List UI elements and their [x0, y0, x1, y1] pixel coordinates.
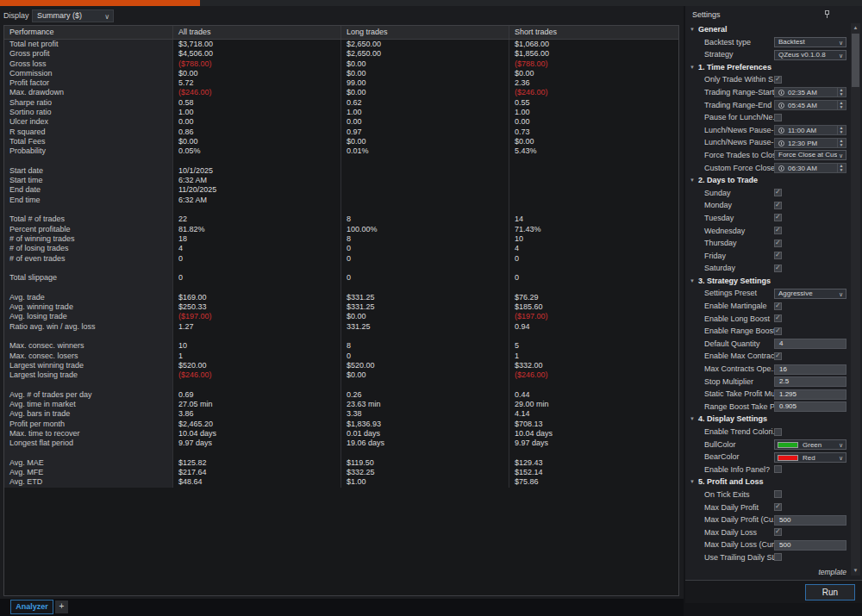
- setting-checkbox[interactable]: ✓: [774, 352, 782, 360]
- setting-input[interactable]: 4: [774, 339, 846, 349]
- settings-section-2-days-to-trade[interactable]: ▼2. Days to Trade: [685, 174, 849, 187]
- setting-checkbox[interactable]: [774, 114, 782, 121]
- perf-label: Max. consec. losers: [4, 352, 173, 361]
- setting-label: Settings Preset: [704, 287, 757, 300]
- table-row: Gross profit$4,506.00$2,650.00$1,856.00: [4, 49, 678, 59]
- setting-control: ✓: [774, 226, 846, 236]
- setting-checkbox[interactable]: [774, 490, 782, 498]
- perf-label: Start date: [4, 166, 173, 176]
- setting-checkbox[interactable]: ✓: [774, 76, 782, 84]
- setting-checkbox[interactable]: ✓: [774, 314, 782, 322]
- setting-row: Wednesday✓: [685, 225, 849, 238]
- setting-color-dropdown[interactable]: Red∨: [774, 452, 846, 463]
- setting-dropdown[interactable]: QZeus v0.1.0.8∨: [774, 50, 846, 60]
- collapse-icon[interactable]: ▼: [690, 413, 695, 426]
- setting-time-picker[interactable]: 05:45 AM▲▼: [774, 100, 846, 110]
- collapse-icon[interactable]: ▼: [690, 61, 695, 74]
- tab-analyzer[interactable]: Analyzer: [10, 600, 53, 614]
- settings-scrollbar[interactable]: ▲ ▼: [851, 23, 860, 576]
- setting-dropdown[interactable]: Aggressive∨: [774, 289, 846, 299]
- setting-time-picker[interactable]: 12:30 PM▲▼: [774, 138, 846, 148]
- perf-value: 6:32 AM: [173, 176, 341, 185]
- setting-color-dropdown[interactable]: Green∨: [774, 439, 846, 450]
- scrollbar-up-icon[interactable]: ▲: [851, 23, 860, 33]
- setting-checkbox[interactable]: ✓: [774, 227, 782, 234]
- perf-value: 0.05%: [173, 146, 341, 156]
- setting-time-picker[interactable]: 11:00 AM▲▼: [774, 125, 846, 135]
- setting-input[interactable]: 1.295: [774, 389, 846, 400]
- setting-input[interactable]: 16: [774, 364, 846, 375]
- table-row: Max. time to recover10.04 days0.01 days1…: [4, 429, 678, 439]
- perf-value: 0.44: [509, 390, 678, 400]
- setting-input[interactable]: 500: [774, 540, 846, 551]
- setting-dropdown[interactable]: Backtest∨: [774, 37, 846, 47]
- settings-section-5-profit-and-loss[interactable]: ▼5. Profit and Loss: [685, 476, 849, 488]
- perf-value: ($246.00): [173, 88, 341, 97]
- setting-checkbox[interactable]: ✓: [774, 302, 782, 310]
- chevron-down-icon: ∨: [839, 440, 843, 450]
- perf-value: 18: [173, 234, 341, 244]
- setting-checkbox[interactable]: [774, 465, 782, 473]
- setting-input[interactable]: 0.905: [774, 401, 846, 412]
- setting-time-picker[interactable]: 02:35 AM▲▼: [774, 87, 846, 97]
- perf-value: $0.00: [173, 69, 341, 78]
- setting-checkbox[interactable]: [774, 428, 782, 436]
- pin-icon[interactable]: [825, 10, 829, 18]
- collapse-icon[interactable]: ▼: [690, 476, 695, 488]
- setting-checkbox[interactable]: ✓: [774, 240, 782, 247]
- scrollbar-down-icon[interactable]: ▼: [851, 566, 860, 576]
- time-spinner[interactable]: ▲▼: [837, 139, 845, 147]
- perf-value: $1.00: [341, 477, 509, 487]
- perf-value: 0.73: [509, 128, 678, 137]
- setting-control: 1.295: [774, 389, 846, 400]
- settings-section-1-time-preferences[interactable]: ▼1. Time Preferences: [685, 61, 849, 74]
- setting-control: ✓: [774, 314, 846, 324]
- collapse-icon[interactable]: ▼: [690, 174, 695, 187]
- collapse-icon[interactable]: ▼: [690, 23, 695, 36]
- setting-input[interactable]: 500: [774, 515, 846, 526]
- scrollbar-thumb[interactable]: [852, 34, 859, 87]
- setting-control: [774, 427, 846, 438]
- setting-row: On Tick Exits: [685, 488, 849, 501]
- time-spinner[interactable]: ▲▼: [837, 88, 845, 96]
- perf-value: 0.97: [341, 128, 509, 137]
- setting-label: Max Contracts Ope...: [704, 363, 778, 376]
- setting-dropdown[interactable]: Force Close at Cust...∨: [774, 150, 846, 160]
- perf-value: ($197.00): [173, 312, 341, 321]
- add-tab-button[interactable]: +: [55, 600, 68, 613]
- time-spinner[interactable]: ▲▼: [837, 101, 845, 109]
- setting-row: Thursday✓: [685, 237, 849, 250]
- setting-control: 02:35 AM▲▼: [774, 87, 846, 97]
- setting-checkbox[interactable]: ✓: [774, 327, 782, 335]
- time-spinner[interactable]: ▲▼: [837, 126, 845, 134]
- perf-label: [4, 157, 173, 166]
- settings-section-3-strategy-settings[interactable]: ▼3. Strategy Settings: [685, 275, 849, 288]
- setting-checkbox[interactable]: ✓: [774, 503, 782, 511]
- setting-control: ✓: [774, 239, 846, 249]
- time-spinner[interactable]: ▲▼: [837, 164, 845, 172]
- setting-checkbox[interactable]: ✓: [774, 189, 782, 196]
- setting-checkbox[interactable]: ✓: [774, 214, 782, 221]
- column-header-performance: Performance: [4, 26, 173, 39]
- setting-checkbox[interactable]: ✓: [774, 528, 782, 536]
- run-button[interactable]: Run: [805, 584, 855, 600]
- setting-checkbox[interactable]: ✓: [774, 264, 782, 272]
- analyzer-panel: Display Summary ($) ∨ Performance All tr…: [0, 6, 684, 599]
- template-link[interactable]: template: [818, 568, 846, 576]
- setting-label: Force Trades to Close?: [704, 149, 785, 162]
- window-tab-orange[interactable]: [0, 0, 200, 6]
- setting-checkbox[interactable]: ✓: [774, 202, 782, 209]
- setting-row: Enable Long Boost✓: [685, 313, 849, 326]
- setting-input[interactable]: 2.5: [774, 376, 846, 387]
- color-name: Green: [803, 440, 821, 450]
- setting-time-picker[interactable]: 06:30 AM▲▼: [774, 163, 846, 173]
- perf-value: [173, 283, 341, 292]
- settings-section-4-display-settings[interactable]: ▼4. Display Settings: [685, 413, 849, 426]
- collapse-icon[interactable]: ▼: [690, 275, 695, 288]
- setting-checkbox[interactable]: ✓: [774, 252, 782, 259]
- setting-checkbox[interactable]: [774, 553, 782, 561]
- setting-label: Default Quantity: [704, 338, 760, 351]
- perf-value: 0: [341, 244, 509, 253]
- display-dropdown[interactable]: Summary ($) ∨: [32, 9, 114, 22]
- settings-section-general[interactable]: ▼General: [685, 23, 849, 36]
